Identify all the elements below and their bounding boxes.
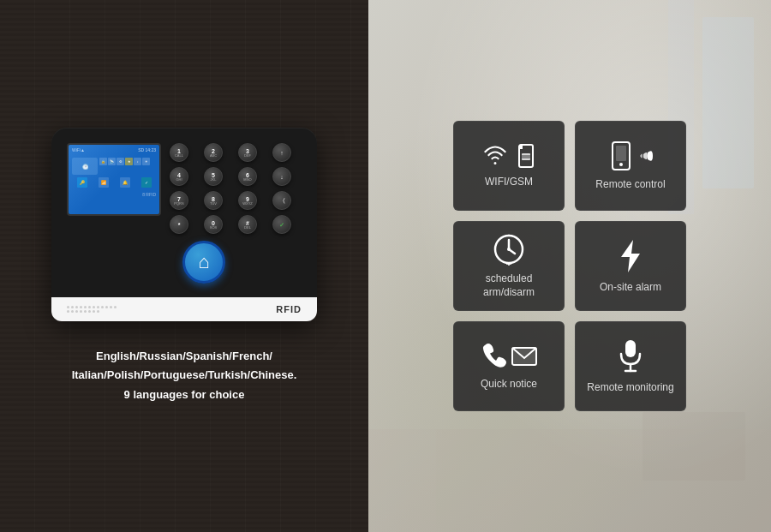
svg-marker-14 [621, 240, 640, 272]
feature-label-scheduled-arm: scheduled arm/disarm [464, 272, 553, 299]
device-bottom: RFID [51, 297, 317, 321]
key-4[interactable]: 4GHI [170, 167, 188, 186]
right-panel: WIFI/GSM Remote control [368, 0, 771, 532]
phone-handset-icon [480, 342, 507, 371]
svg-marker-1 [519, 145, 523, 149]
email-icon [511, 344, 538, 368]
wifi-gsm-icons [480, 143, 538, 169]
key-back[interactable]: 〈 [272, 191, 291, 210]
key-0[interactable]: 0SOS [204, 215, 223, 234]
feature-card-on-site-alarm: On-site alarm [575, 221, 686, 311]
svg-rect-16 [625, 340, 636, 357]
key-confirm[interactable]: ✓ [272, 215, 291, 234]
lightning-icon [614, 238, 647, 274]
feature-card-scheduled-arm: scheduled arm/disarm [453, 221, 565, 311]
lcd-screen: WiFi▲ SD 14:23 🕐 🔒 📡 ⚙ ★ ♪ ☀ [67, 143, 161, 216]
key-8[interactable]: 8TUV [204, 191, 223, 210]
remote-control-icons [608, 140, 653, 171]
key-6[interactable]: 6MNO [238, 167, 257, 186]
key-down[interactable]: ↓ [272, 167, 291, 186]
key-1[interactable]: 1CALL [170, 143, 188, 162]
feature-card-remote-monitoring: Remote monitoring [575, 321, 686, 411]
key-up[interactable]: ↑ [272, 143, 291, 162]
microphone-icon [617, 338, 644, 374]
lightning-icons [614, 238, 647, 274]
feature-grid: WIFI/GSM Remote control [427, 95, 712, 437]
feature-card-wifi-gsm: WIFI/GSM [453, 121, 565, 211]
key-3[interactable]: 3DEF [238, 143, 257, 162]
feature-label-on-site-alarm: On-site alarm [600, 281, 661, 295]
feature-label-wifi-gsm: WIFI/GSM [485, 176, 533, 189]
key-hash[interactable]: #DEL [238, 215, 257, 234]
svg-point-11 [507, 248, 511, 251]
home-button[interactable]: ⌂ [182, 241, 225, 284]
feature-label-remote-monitoring: Remote monitoring [587, 381, 673, 395]
clock-icons [493, 233, 525, 266]
keypad: 1CALL 2ABC 3DEF ↑ 4GHI 5JKL 6MNO ↓ 7PQRS… [170, 143, 302, 287]
signal-waves-icon [637, 143, 653, 169]
alarm-device: WiFi▲ SD 14:23 🕐 🔒 📡 ⚙ ★ ♪ ☀ [51, 128, 317, 321]
feature-card-remote-control: Remote control [575, 121, 686, 211]
feature-card-quick-notice: Quick notice [453, 321, 565, 411]
microphone-icons [617, 338, 644, 374]
key-9[interactable]: 9WXYZ [238, 191, 257, 210]
key-2[interactable]: 2ABC [204, 143, 223, 162]
feature-label-remote-control: Remote control [595, 178, 665, 192]
wifi-icon [480, 143, 511, 169]
svg-rect-6 [616, 146, 626, 161]
phone-email-icons [480, 342, 538, 371]
key-5[interactable]: 5JKL [204, 167, 223, 186]
languages-text: English/Russian/Spanish/French/ Italian/… [55, 347, 314, 403]
clock-icon [493, 233, 525, 266]
feature-label-quick-notice: Quick notice [481, 378, 537, 392]
phone-icon [608, 140, 634, 171]
left-panel: WiFi▲ SD 14:23 🕐 🔒 📡 ⚙ ★ ♪ ☀ [0, 0, 368, 532]
speaker-dots [67, 306, 118, 313]
key-star[interactable]: * [170, 215, 188, 234]
svg-point-7 [619, 163, 623, 166]
svg-rect-2 [522, 153, 530, 160]
key-7[interactable]: 7PQRS [170, 191, 188, 210]
sim-icon [514, 143, 538, 169]
rfid-label: RFID [276, 304, 302, 314]
